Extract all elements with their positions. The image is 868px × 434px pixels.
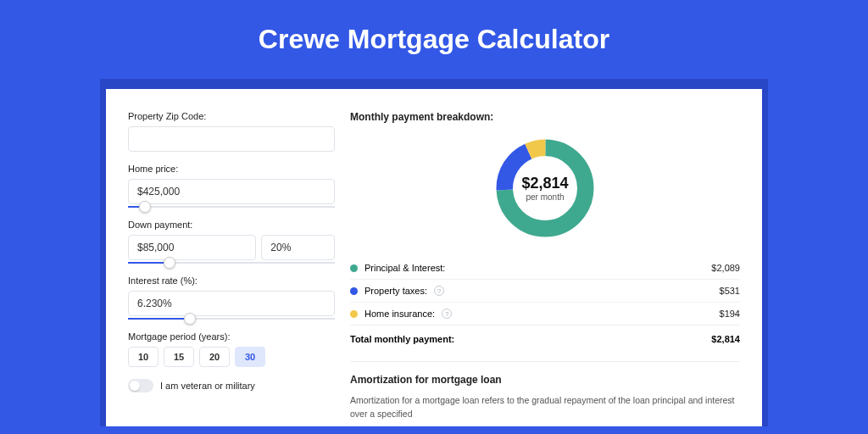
legend-value: $531 bbox=[720, 286, 740, 296]
interest-label: Interest rate (%): bbox=[128, 275, 335, 286]
zip-label: Property Zip Code: bbox=[128, 111, 335, 121]
total-row: Total monthly payment: $2,814 bbox=[350, 325, 740, 356]
legend-label: Property taxes: bbox=[364, 286, 427, 296]
amortization-body: Amortization for a mortgage loan refers … bbox=[350, 394, 740, 421]
donut-chart: $2,814 per month bbox=[492, 135, 598, 242]
page-title: Crewe Mortgage Calculator bbox=[0, 24, 868, 55]
interest-input[interactable] bbox=[128, 291, 335, 316]
calculator-card: Property Zip Code: Home price: Down paym… bbox=[106, 89, 762, 426]
toggle-knob bbox=[130, 381, 140, 391]
home-price-label: Home price: bbox=[128, 164, 335, 174]
period-option-30[interactable]: 30 bbox=[235, 347, 265, 367]
total-label: Total monthly payment: bbox=[350, 334, 454, 344]
form-panel: Property Zip Code: Home price: Down paym… bbox=[106, 89, 343, 426]
donut-amount: $2,814 bbox=[521, 175, 568, 192]
period-option-15[interactable]: 15 bbox=[164, 347, 194, 367]
breakdown-title: Monthly payment breakdown: bbox=[350, 111, 740, 123]
period-option-10[interactable]: 10 bbox=[128, 347, 159, 367]
legend-row: Principal & Interest:$2,089 bbox=[350, 257, 740, 280]
legend-label: Home insurance: bbox=[364, 309, 435, 319]
zip-input[interactable] bbox=[128, 126, 335, 152]
period-group: Mortgage period (years): 10152030 bbox=[128, 331, 335, 367]
legend: Principal & Interest:$2,089Property taxe… bbox=[350, 257, 740, 325]
amortization-title: Amortization for mortgage loan bbox=[350, 374, 740, 386]
total-value: $2,814 bbox=[711, 334, 740, 344]
legend-row: Property taxes:?$531 bbox=[350, 280, 740, 303]
legend-dot bbox=[350, 264, 358, 272]
veteran-label: I am veteran or military bbox=[160, 381, 255, 391]
card-backdrop: Property Zip Code: Home price: Down paym… bbox=[100, 79, 768, 426]
slider-thumb[interactable] bbox=[139, 201, 151, 213]
down-payment-group: Down payment: bbox=[128, 220, 335, 264]
legend-dot bbox=[350, 310, 358, 318]
help-icon[interactable]: ? bbox=[442, 309, 452, 319]
veteran-row: I am veteran or military bbox=[128, 379, 335, 392]
donut-center: $2,814 per month bbox=[492, 135, 598, 242]
period-option-20[interactable]: 20 bbox=[199, 347, 230, 367]
help-icon[interactable]: ? bbox=[434, 286, 444, 296]
interest-group: Interest rate (%): bbox=[128, 275, 335, 320]
down-payment-slider[interactable] bbox=[128, 262, 335, 264]
zip-group: Property Zip Code: bbox=[128, 111, 335, 152]
home-price-group: Home price: bbox=[128, 164, 335, 208]
interest-slider[interactable] bbox=[128, 318, 335, 320]
down-payment-input[interactable] bbox=[128, 235, 256, 260]
donut-chart-wrap: $2,814 per month bbox=[350, 135, 740, 242]
legend-value: $194 bbox=[720, 309, 740, 319]
amortization-section: Amortization for mortgage loan Amortizat… bbox=[350, 361, 740, 421]
slider-thumb[interactable] bbox=[164, 257, 175, 269]
veteran-toggle[interactable] bbox=[128, 379, 153, 392]
home-price-input[interactable] bbox=[128, 179, 335, 204]
period-options: 10152030 bbox=[128, 347, 335, 367]
legend-row: Home insurance:?$194 bbox=[350, 303, 740, 325]
legend-label: Principal & Interest: bbox=[364, 263, 445, 273]
period-label: Mortgage period (years): bbox=[128, 331, 335, 342]
legend-dot bbox=[350, 287, 358, 295]
donut-sub: per month bbox=[526, 192, 564, 202]
legend-value: $2,089 bbox=[711, 263, 740, 273]
down-payment-label: Down payment: bbox=[128, 220, 335, 230]
home-price-slider[interactable] bbox=[128, 206, 335, 208]
slider-thumb[interactable] bbox=[184, 313, 196, 325]
breakdown-panel: Monthly payment breakdown: $2,814 per mo… bbox=[343, 89, 762, 426]
down-payment-pct-input[interactable] bbox=[261, 235, 335, 260]
